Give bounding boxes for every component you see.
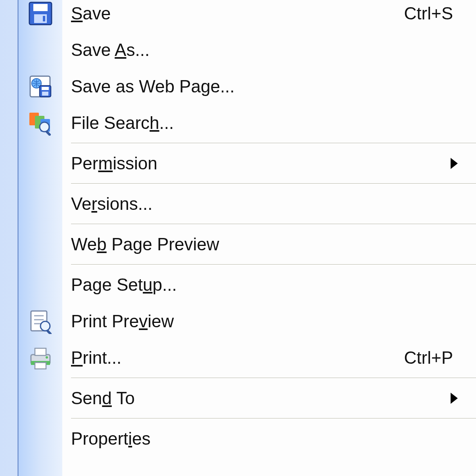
print-preview-icon-slot xyxy=(19,303,62,340)
file-search-icon xyxy=(28,110,53,136)
menu-separator xyxy=(71,224,476,225)
menu-item-save-as-web[interactable]: Save as Web Page... xyxy=(19,68,476,105)
menu-item-save-as[interactable]: Save As... xyxy=(19,32,476,68)
menu-item-web-preview[interactable]: Web Page Preview xyxy=(19,226,476,263)
print-icon xyxy=(28,345,53,370)
menu-item-label: File Search... xyxy=(62,113,476,133)
print-preview-icon xyxy=(28,309,53,334)
menu-item-label: Print Preview xyxy=(62,311,476,331)
submenu-arrow-icon xyxy=(451,393,458,404)
menu-item-label: Save xyxy=(62,4,404,23)
menu-item-file-search[interactable]: File Search... xyxy=(19,105,476,141)
menu-item-label: Properties xyxy=(62,429,476,449)
blank-slot xyxy=(19,226,62,263)
blank-slot xyxy=(19,145,62,182)
menu-separator xyxy=(71,418,476,419)
file-search-icon-slot xyxy=(19,105,62,141)
menu-item-label: Permission xyxy=(62,154,451,173)
menu-item-label: Print... xyxy=(62,348,404,368)
menu-item-print-preview[interactable]: Print Preview xyxy=(19,303,476,340)
blank-slot xyxy=(19,32,62,68)
menu-item-label: Page Setup... xyxy=(62,275,476,295)
window-background: SaveCtrl+SSave As...Save as Web Page...F… xyxy=(0,0,476,476)
menu-item-page-setup[interactable]: Page Setup... xyxy=(19,267,476,303)
menu-separator xyxy=(71,378,476,378)
save-icon xyxy=(28,1,53,26)
menu-separator xyxy=(71,183,476,184)
menu-item-label: Versions... xyxy=(62,194,476,214)
menu-item-versions[interactable]: Versions... xyxy=(19,186,476,222)
blank-slot xyxy=(19,420,62,457)
menu-item-print[interactable]: Print...Ctrl+P xyxy=(19,340,476,376)
submenu-arrow-icon xyxy=(451,158,458,169)
blank-slot xyxy=(19,380,62,416)
menu-item-shortcut: Ctrl+S xyxy=(404,4,476,23)
menu-item-save[interactable]: SaveCtrl+S xyxy=(19,0,476,32)
menu-separator xyxy=(71,264,476,265)
print-icon-slot xyxy=(19,340,62,376)
menu-item-properties[interactable]: Properties xyxy=(19,420,476,457)
menu-item-send-to[interactable]: Send To xyxy=(19,380,476,416)
menu-item-permission[interactable]: Permission xyxy=(19,145,476,182)
save-icon-slot xyxy=(19,0,62,32)
web-save-icon xyxy=(28,74,53,99)
blank-slot xyxy=(19,267,62,303)
menu-item-label: Save as Web Page... xyxy=(62,77,476,96)
menu-item-shortcut: Ctrl+P xyxy=(404,348,476,368)
file-menu: SaveCtrl+SSave As...Save as Web Page...F… xyxy=(17,0,476,476)
menu-item-label: Web Page Preview xyxy=(62,234,476,254)
web-save-icon-slot xyxy=(19,68,62,105)
menu-separator xyxy=(71,143,476,144)
blank-slot xyxy=(19,186,62,222)
menu-item-label: Send To xyxy=(62,388,451,408)
menu-item-label: Save As... xyxy=(62,40,476,60)
